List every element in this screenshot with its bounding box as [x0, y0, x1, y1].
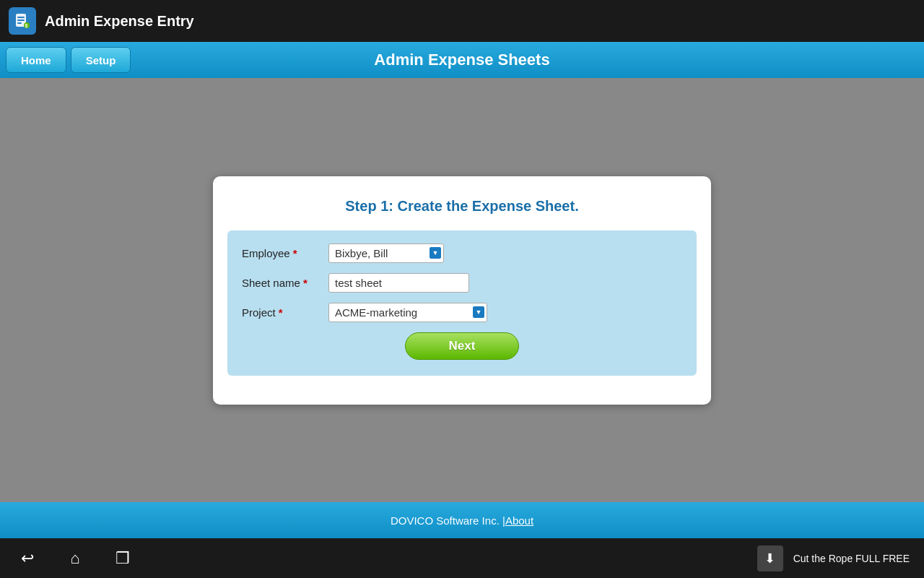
- project-select-wrap: ACME-marketing: [328, 303, 487, 322]
- form-body: Employee * Bixbye, Bill Sheet name *: [227, 230, 697, 376]
- main-content: Step 1: Create the Expense Sheet. Employ…: [0, 78, 924, 502]
- title-bar: $ Admin Expense Entry: [0, 0, 924, 42]
- svg-rect-3: [17, 22, 22, 24]
- footer: DOVICO Software Inc. | About: [0, 502, 924, 538]
- footer-text: DOVICO Software Inc. |: [391, 514, 505, 527]
- employee-row: Employee * Bixbye, Bill: [242, 243, 682, 263]
- employee-select[interactable]: Bixbye, Bill: [328, 243, 444, 263]
- next-button[interactable]: Next: [405, 332, 520, 360]
- employee-select-wrap: Bixbye, Bill: [328, 243, 444, 263]
- home-button[interactable]: Home: [6, 47, 66, 73]
- form-title: Step 1: Create the Expense Sheet.: [227, 198, 697, 215]
- employee-label: Employee *: [242, 247, 328, 259]
- about-link[interactable]: About: [505, 514, 533, 527]
- download-icon[interactable]: ⬇: [757, 545, 783, 571]
- back-button[interactable]: ↩: [14, 545, 40, 571]
- sheet-name-label: Sheet name *: [242, 277, 328, 289]
- project-label: Project *: [242, 306, 328, 319]
- nav-bar: Home Setup Admin Expense Sheets: [0, 42, 924, 78]
- form-card: Step 1: Create the Expense Sheet. Employ…: [213, 176, 711, 405]
- system-bar: ↩ ⌂ ❒ ⬇ Cut the Rope FULL FREE: [0, 538, 924, 578]
- home-system-button[interactable]: ⌂: [62, 545, 88, 571]
- nav-title: Admin Expense Sheets: [374, 51, 549, 69]
- sheet-name-input[interactable]: [328, 273, 469, 293]
- app-icon: $: [9, 7, 36, 35]
- sheet-name-row: Sheet name *: [242, 273, 682, 293]
- notification-text: Cut the Rope FULL FREE: [793, 553, 910, 564]
- project-select[interactable]: ACME-marketing: [328, 303, 487, 322]
- svg-rect-1: [17, 17, 25, 18]
- svg-text:$: $: [25, 23, 28, 29]
- svg-rect-2: [17, 20, 25, 21]
- setup-button[interactable]: Setup: [71, 47, 131, 73]
- project-row: Project * ACME-marketing: [242, 303, 682, 322]
- notification-area: ⬇ Cut the Rope FULL FREE: [757, 545, 910, 571]
- app-title: Admin Expense Entry: [45, 13, 194, 30]
- windows-button[interactable]: ❒: [110, 545, 136, 571]
